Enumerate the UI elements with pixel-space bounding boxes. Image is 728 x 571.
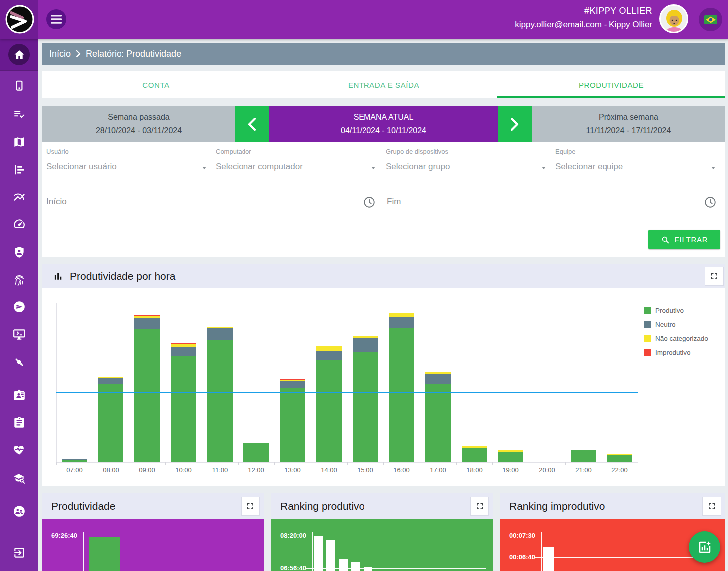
select-grupo-de-dispositivos[interactable]: Grupo de dispositivosSelecionar grupo (386, 148, 548, 182)
axis-tick (311, 462, 311, 465)
sidebar-item-people-group[interactable] (0, 505, 38, 518)
select-computador[interactable]: ComputadorSelecionar computador (216, 148, 377, 182)
avatar[interactable] (659, 4, 688, 33)
previous-week-button[interactable]: Semana passada 28/10/2024 - 03/11/2024 (42, 106, 235, 142)
fullscreen-icon (246, 502, 255, 511)
add-chart-fab[interactable] (689, 531, 720, 563)
tab-produtividade[interactable]: PRODUTIVIDADE (497, 71, 725, 98)
select-placeholder: Selecionar usuário (46, 162, 117, 172)
expand-button[interactable] (241, 497, 260, 516)
app-logo[interactable] (5, 5, 34, 34)
breadcrumb-current: Relatório: Produtividade (86, 49, 181, 59)
sidebar-item-clipboard[interactable] (0, 416, 38, 429)
mini-gridline (77, 536, 257, 536)
select-placeholder: Selecionar equipe (555, 162, 623, 172)
clock-icon[interactable] (704, 196, 717, 211)
tab-conta[interactable]: CONTA (42, 71, 270, 98)
sidebar-item-dashboard-gauge[interactable] (0, 217, 38, 230)
bar-08:00 (98, 377, 123, 462)
sidebar-item-id-badge[interactable] (0, 389, 38, 402)
sidebar-item-map[interactable] (0, 136, 38, 148)
clock-icon[interactable] (363, 196, 376, 211)
sidebar-item-remote-desktop[interactable] (0, 328, 38, 341)
sidebar-divider (0, 70, 38, 71)
legend-swatch (644, 335, 651, 342)
search-icon (661, 235, 670, 244)
bar-segment-neutro (98, 378, 123, 384)
legend-item-improdutivo[interactable]: Improdutivo (644, 349, 691, 356)
legend-item-neutro[interactable]: Neutro (644, 321, 676, 328)
panel-header: Produtividade por hora (42, 264, 725, 288)
bar-segment-n-o-categorizado (389, 313, 414, 317)
bar-segment-produtivo (498, 452, 523, 462)
sidebar-item-report-bars[interactable] (0, 163, 38, 176)
sidebar-item-fingerprint[interactable] (0, 274, 38, 286)
chevron-down-icon (542, 167, 546, 169)
card-header: Ranking produtivo (271, 493, 493, 519)
legend-item-n-o-categorizado[interactable]: Não categorizado (644, 335, 708, 342)
sidebar-item-home[interactable] (0, 39, 38, 70)
start-datetime-field[interactable]: Início (46, 192, 377, 218)
card-header: Produtividade (42, 493, 264, 519)
axis-tick (420, 462, 420, 465)
logout-icon (13, 546, 26, 559)
sidebar-item-heart-pulse[interactable] (0, 443, 38, 456)
breadcrumb: Início Relatório: Produtividade (42, 43, 725, 65)
bar-segment-neutro (353, 338, 378, 352)
legend-label: Neutro (655, 321, 676, 328)
bar-11:00 (207, 327, 233, 462)
select-equipe[interactable]: EquipeSelecionar equipe (555, 148, 717, 182)
sidebar-item-usb-cable[interactable] (0, 356, 38, 369)
select-label: Computador (216, 148, 251, 155)
next-week-button[interactable]: Próxima semana 11/11/2024 - 17/11/2024 (532, 106, 725, 142)
mini-bar (89, 537, 120, 571)
user-info: #KIPPY OLLIER kippy.ollier@email.com - K… (515, 6, 652, 30)
mini-gridline (306, 536, 486, 536)
home-icon (8, 44, 30, 65)
sidebar-item-multiline-chart[interactable] (0, 191, 38, 204)
menu-toggle-button[interactable] (46, 9, 66, 29)
filter-button[interactable]: FILTRAR (648, 230, 720, 249)
bar-segment-n-o-categorizado (171, 344, 196, 347)
week-forward-arrow[interactable] (498, 106, 532, 142)
mini-bar (339, 559, 348, 571)
sidebar-item-audit-search[interactable] (0, 472, 38, 485)
bar-segment-produtivo (353, 352, 378, 462)
chevron-down-icon (371, 167, 375, 169)
bar-segment-produtivo (171, 356, 196, 462)
select-usu-rio[interactable]: UsuárioSelecionar usuário (46, 148, 208, 182)
breadcrumb-home[interactable]: Início (49, 49, 71, 59)
card-chart-ranking-produtivo: 08:20:0006:56:40 (271, 519, 493, 571)
sidebar-item-devices[interactable] (0, 80, 38, 93)
bar-segment-neutro (316, 351, 342, 360)
bar-21:00 (571, 450, 596, 462)
panel-title: Produtividade por hora (70, 270, 175, 282)
card-title: Ranking produtivo (280, 500, 364, 512)
expand-button[interactable] (705, 267, 724, 286)
sidebar-item-logout[interactable] (0, 546, 38, 559)
current-week-button[interactable]: SEMANA ATUAL 04/11/2024 - 10/11/2024 (269, 106, 498, 142)
bar-segment-produtivo (607, 455, 632, 462)
card-chart-produtividade: 69:26:40 (42, 519, 264, 571)
sidebar-divider (0, 497, 38, 497)
sidebar-item-send-circle[interactable] (0, 300, 38, 313)
expand-button[interactable] (470, 497, 489, 516)
bar-chart-icon (53, 271, 63, 281)
hourly-chart: 07:0008:0009:0010:0011:0012:0013:0014:00… (42, 288, 725, 486)
expand-button[interactable] (702, 497, 721, 516)
axis-tick (165, 462, 166, 465)
language-flag-button[interactable] (699, 8, 722, 31)
sidebar-item-security-shield[interactable] (0, 246, 38, 259)
tab-entrada-e-sa-da[interactable]: ENTRADA E SAÍDA (270, 71, 497, 98)
fullscreen-icon (475, 502, 484, 511)
week-back-arrow[interactable] (235, 106, 269, 142)
card-title: Ranking improdutivo (509, 500, 605, 512)
dashboard-gauge-icon (13, 217, 26, 230)
end-datetime-field[interactable]: Fim (387, 192, 718, 218)
legend-item-produtivo[interactable]: Produtivo (644, 307, 684, 314)
bar-segment-produtivo (316, 360, 342, 462)
user-email-line: kippy.ollier@email.com - Kippy Ollier (515, 20, 652, 30)
top-header: #KIPPY OLLIER kippy.ollier@email.com - K… (0, 0, 728, 39)
sidebar-item-activity-log[interactable] (0, 108, 38, 121)
brazil-flag-icon (704, 15, 717, 24)
